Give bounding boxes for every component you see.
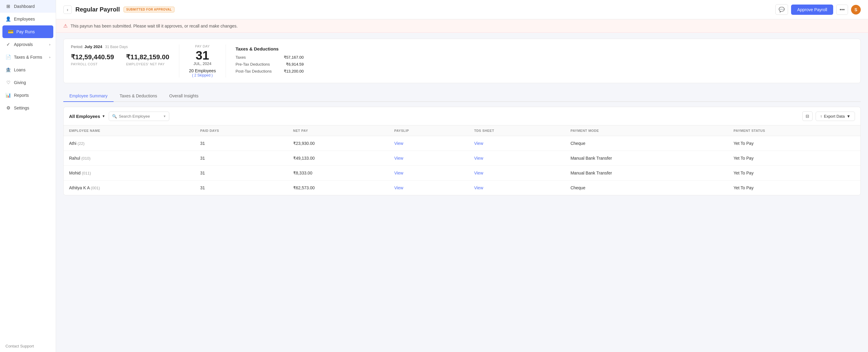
tds-view-link[interactable]: View bbox=[474, 141, 483, 146]
employees-icon: 👤 bbox=[5, 16, 11, 22]
approve-payroll-button[interactable]: Approve Payroll bbox=[791, 4, 833, 15]
search-employee-input-wrap[interactable]: 🔍 ▼ bbox=[109, 112, 169, 121]
net-pay-block: ₹11,82,159.00 EMPLOYEES' NET PAY bbox=[126, 53, 169, 66]
header-actions: 💬 Approve Payroll ••• S bbox=[775, 4, 861, 15]
payment-status-cell: Yet To Pay bbox=[728, 180, 861, 196]
tax-label: Post-Tax Deductions bbox=[236, 69, 272, 73]
sidebar-item-label: Settings bbox=[14, 106, 29, 110]
skipped-count[interactable]: ( 2 Skipped ) bbox=[192, 73, 213, 77]
sidebar-item-label: Employees bbox=[14, 16, 35, 22]
tax-row: Pre-Tax Deductions ₹6,914.59 bbox=[236, 62, 304, 67]
tax-row: Post-Tax Deductions ₹13,200.00 bbox=[236, 69, 304, 73]
contact-support-link[interactable]: Contact Support bbox=[0, 340, 56, 352]
table-row: Rahul (010) 31 ₹49,133.00 View View Manu… bbox=[64, 151, 861, 166]
pay-day-block: PAY DAY 31 JUL, 2024 20 Employees ( 2 Sk… bbox=[179, 44, 226, 77]
payment-status-cell: Yet To Pay bbox=[728, 136, 861, 151]
tab-taxes-deductions[interactable]: Taxes & Deductions bbox=[114, 91, 163, 102]
paid-days-cell: 31 bbox=[195, 151, 288, 166]
col-header-paid_days: PAID DAYS bbox=[195, 126, 288, 136]
sidebar-item-dashboard[interactable]: ⊞ Dashboard bbox=[0, 0, 56, 13]
sidebar-item-employees[interactable]: 👤 Employees bbox=[0, 13, 56, 25]
loans-icon: 🏦 bbox=[5, 67, 11, 73]
employee-table: EMPLOYEE NAMEPAID DAYSNET PAYPAYSLIPTDS … bbox=[64, 125, 861, 195]
payslip-view-link[interactable]: View bbox=[394, 141, 403, 146]
sidebar-item-label: Loans bbox=[14, 67, 26, 72]
search-chevron-icon: ▼ bbox=[163, 115, 166, 118]
sidebar-item-label: Reports bbox=[14, 93, 29, 98]
tds-view-link[interactable]: View bbox=[474, 171, 483, 175]
sidebar-item-settings[interactable]: ⚙ Settings bbox=[0, 102, 56, 114]
employee-name-cell: Athitya K A (001) bbox=[64, 180, 195, 196]
sidebar-item-loans[interactable]: 🏦 Loans bbox=[0, 64, 56, 76]
tds-sheet-cell[interactable]: View bbox=[468, 166, 565, 180]
tds-sheet-cell[interactable]: View bbox=[468, 136, 565, 151]
net-pay-value: ₹11,82,159.00 bbox=[126, 53, 169, 61]
payslip-cell[interactable]: View bbox=[389, 180, 469, 196]
col-header-payment_status: PAYMENT STATUS bbox=[728, 126, 861, 136]
tab-overall-insights[interactable]: Overall Insights bbox=[163, 91, 205, 102]
back-button[interactable]: ‹ bbox=[63, 5, 72, 14]
taxes-forms-icon: 📄 bbox=[5, 55, 11, 60]
payslip-view-link[interactable]: View bbox=[394, 171, 403, 175]
tds-sheet-cell[interactable]: View bbox=[468, 151, 565, 166]
chat-button[interactable]: 💬 bbox=[775, 4, 788, 15]
summary-left: Period: July 2024 31 Base Days ₹12,59,44… bbox=[71, 44, 179, 77]
employee-table-section: All Employees ▼ 🔍 ▼ ⊟ ↑ Export Data ▼ bbox=[63, 107, 861, 196]
export-data-button[interactable]: ↑ Export Data ▼ bbox=[816, 112, 855, 121]
payslip-view-link[interactable]: View bbox=[394, 185, 403, 190]
sidebar-item-approvals[interactable]: ✓ Approvals › bbox=[0, 38, 56, 51]
more-options-button[interactable]: ••• bbox=[836, 4, 848, 15]
reports-icon: 📊 bbox=[5, 93, 11, 98]
search-employee-input[interactable] bbox=[119, 114, 161, 118]
tax-label: Pre-Tax Deductions bbox=[236, 62, 270, 67]
payslip-cell[interactable]: View bbox=[389, 136, 469, 151]
header: ‹ Regular Payroll SUBMITTED FOR APPROVAL… bbox=[56, 0, 868, 20]
sidebar-item-label: Dashboard bbox=[14, 4, 35, 9]
summary-amounts: ₹12,59,440.59 PAYROLL COST ₹11,82,159.00… bbox=[71, 53, 169, 66]
payment-mode-cell: Cheque bbox=[565, 180, 728, 196]
submenu-arrow-icon: › bbox=[50, 56, 50, 59]
payment-status-cell: Yet To Pay bbox=[728, 166, 861, 180]
tax-label: Taxes bbox=[236, 55, 246, 60]
sidebar-item-giving[interactable]: ♡ Giving bbox=[0, 76, 56, 89]
employee-name-cell: Athi (22) bbox=[64, 136, 195, 151]
tds-view-link[interactable]: View bbox=[474, 185, 483, 190]
table-toolbar: All Employees ▼ 🔍 ▼ ⊟ ↑ Export Data ▼ bbox=[64, 107, 861, 125]
payslip-cell[interactable]: View bbox=[389, 166, 469, 180]
payslip-view-link[interactable]: View bbox=[394, 156, 403, 161]
tds-view-link[interactable]: View bbox=[474, 156, 483, 161]
dashboard-icon: ⊞ bbox=[5, 4, 11, 9]
filter-button[interactable]: ⊟ bbox=[802, 111, 813, 121]
all-employees-filter[interactable]: All Employees ▼ bbox=[69, 114, 105, 119]
payment-mode-cell: Manual Bank Transfer bbox=[565, 166, 728, 180]
employees-count: 20 Employees bbox=[189, 68, 216, 73]
payment-mode-cell: Manual Bank Transfer bbox=[565, 151, 728, 166]
alert-banner: ⚠ This payrun has been submitted. Please… bbox=[56, 20, 868, 33]
pay-day-month: JUL, 2024 bbox=[193, 61, 211, 66]
tds-sheet-cell[interactable]: View bbox=[468, 180, 565, 196]
approvals-icon: ✓ bbox=[5, 42, 11, 47]
employee-id: (010) bbox=[81, 156, 90, 161]
status-badge: SUBMITTED FOR APPROVAL bbox=[124, 7, 175, 12]
export-icon: ↑ bbox=[820, 114, 822, 118]
payslip-cell[interactable]: View bbox=[389, 151, 469, 166]
giving-icon: ♡ bbox=[5, 80, 11, 85]
sidebar-item-taxes-forms[interactable]: 📄 Taxes & Forms › bbox=[0, 51, 56, 64]
tabs: Employee SummaryTaxes & DeductionsOveral… bbox=[63, 91, 861, 102]
page-title: Regular Payroll bbox=[75, 6, 120, 13]
payroll-cost-label: PAYROLL COST bbox=[71, 62, 114, 66]
sidebar-item-pay-runs[interactable]: 💳 Pay Runs bbox=[2, 25, 53, 38]
sidebar-item-reports[interactable]: 📊 Reports bbox=[0, 89, 56, 102]
avatar[interactable]: S bbox=[851, 5, 861, 14]
sidebar: ⊞ Dashboard 👤 Employees 💳 Pay Runs ✓ App… bbox=[0, 0, 56, 352]
table-toolbar-right: ⊟ ↑ Export Data ▼ bbox=[802, 111, 855, 121]
search-icon: 🔍 bbox=[112, 114, 117, 118]
employee-id: (22) bbox=[78, 141, 85, 146]
net-pay-label: EMPLOYEES' NET PAY bbox=[126, 62, 169, 66]
alert-icon: ⚠ bbox=[63, 23, 67, 29]
payment-mode-cell: Cheque bbox=[565, 136, 728, 151]
paid-days-cell: 31 bbox=[195, 166, 288, 180]
pay-day-number: 31 bbox=[196, 49, 209, 61]
tab-employee-summary[interactable]: Employee Summary bbox=[63, 91, 114, 102]
sidebar-item-label: Taxes & Forms bbox=[14, 55, 42, 60]
